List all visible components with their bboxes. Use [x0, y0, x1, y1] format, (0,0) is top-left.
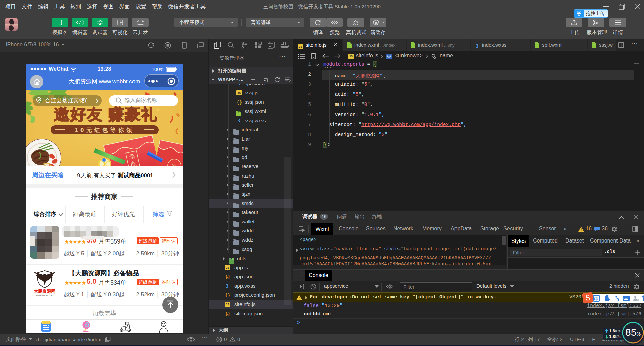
svg-text:10元红包等你领: 10元红包等你领: [75, 127, 135, 133]
svg-text:www.wobbt.com: www.wobbt.com: [36, 294, 53, 297]
svg-text:领: 领: [128, 153, 135, 160]
svg-text:6: 6: [637, 299, 638, 301]
svg-text:邀好友 赚豪礼: 邀好友 赚豪礼: [54, 105, 157, 123]
svg-text:大鹏资源网: 大鹏资源网: [34, 289, 56, 294]
